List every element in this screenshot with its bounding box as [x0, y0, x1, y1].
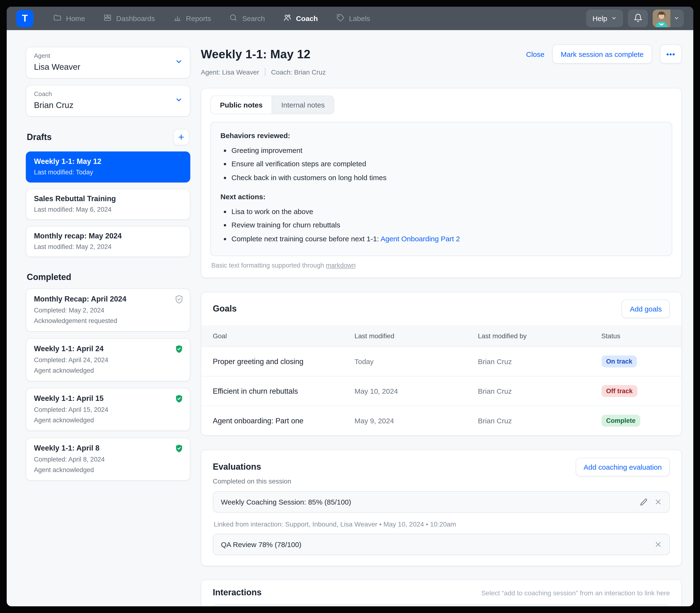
- goal-name: Efficient in churn rebuttals: [213, 387, 355, 395]
- goal-row[interactable]: Agent onboarding: Part one May 9, 2024 B…: [201, 406, 682, 435]
- agent-select[interactable]: Agent Lisa Weaver: [26, 47, 190, 78]
- plus-icon: [177, 133, 185, 141]
- notifications-button[interactable]: [628, 10, 648, 27]
- completed-item[interactable]: Weekly 1-1: April 8 Completed: April 8, …: [26, 438, 190, 481]
- tab-internal-notes[interactable]: Internal notes: [272, 96, 334, 114]
- nav-item-coach[interactable]: Coach: [274, 7, 327, 30]
- nav-item-label: Labels: [349, 14, 370, 23]
- more-options-button[interactable]: •••: [660, 44, 682, 64]
- goal-row[interactable]: Efficient in churn rebuttals May 10, 202…: [201, 376, 682, 406]
- draft-item[interactable]: Monthly recap: May 2024 Last modified: M…: [26, 226, 190, 257]
- chevron-down-icon: [674, 14, 679, 23]
- status-badge: Off track: [601, 385, 637, 397]
- draft-item[interactable]: Weekly 1-1: May 12 Last modified: Today: [26, 152, 190, 183]
- interactions-card: Interactions Select “add to coaching ses…: [201, 579, 682, 606]
- behaviors-list: Greeting improvement Ensure all verifica…: [220, 145, 662, 183]
- top-nav: T Home Dashboards Reports Search Coach L…: [7, 7, 693, 30]
- nav-item-home[interactable]: Home: [44, 7, 94, 30]
- draft-title: Sales Rebuttal Training: [34, 194, 182, 203]
- behavior-bullet: Greeting improvement: [231, 145, 662, 156]
- nav-item-search[interactable]: Search: [220, 7, 274, 30]
- add-goals-button[interactable]: Add goals: [622, 300, 670, 318]
- completed-item[interactable]: Monthly Recap: April 2024 Completed: May…: [26, 289, 190, 331]
- col-last-modified-by: Last modified by: [478, 332, 601, 340]
- goal-name: Proper greeting and closing: [213, 357, 355, 366]
- evaluations-card: Evaluations Add coaching evaluation Comp…: [201, 449, 682, 566]
- behavior-bullet: Check back in with customers on long hol…: [231, 172, 662, 183]
- add-draft-button[interactable]: [173, 129, 189, 145]
- brand-logo[interactable]: T: [16, 10, 34, 27]
- meta-divider: [265, 68, 265, 76]
- evaluations-sublabel: Completed on this session: [213, 477, 670, 485]
- user-menu[interactable]: [653, 10, 684, 27]
- completed-date: Completed: April 24, 2024: [34, 356, 182, 364]
- nav-item-reports[interactable]: Reports: [164, 7, 220, 30]
- completed-item[interactable]: Weekly 1-1: April 24 Completed: April 24…: [26, 338, 190, 381]
- coach-select[interactable]: Coach Brian Cruz: [26, 85, 190, 117]
- goal-modified: Today: [355, 357, 478, 365]
- evaluation-text: Weekly Coaching Session: 85% (85/100): [221, 498, 351, 506]
- nav-item-labels[interactable]: Labels: [327, 7, 379, 30]
- completed-item[interactable]: Weekly 1-1: April 15 Completed: April 15…: [26, 388, 190, 431]
- agent-onboarding-link[interactable]: Agent Onboarding Part 2: [381, 234, 460, 243]
- goal-modified: May 10, 2024: [355, 387, 478, 395]
- evaluation-actions: [640, 498, 662, 506]
- shield-pending-icon: [175, 295, 183, 306]
- close-link[interactable]: Close: [526, 50, 544, 58]
- help-button[interactable]: Help: [586, 10, 623, 27]
- goal-modified: May 9, 2024: [355, 417, 478, 425]
- edit-icon[interactable]: [640, 498, 647, 506]
- tab-public-notes[interactable]: Public notes: [211, 96, 272, 114]
- tag-icon: [336, 13, 345, 23]
- coach-select-label: Coach: [34, 90, 182, 97]
- goals-table-header: Goal Last modified Last modified by Stat…: [201, 325, 682, 347]
- folder-icon: [53, 13, 62, 23]
- markdown-hint: Basic text formatting supported through …: [211, 262, 672, 269]
- nav-item-dashboards[interactable]: Dashboards: [94, 7, 164, 30]
- linked-interaction-note: Linked from interaction: Support, Inboun…: [214, 520, 669, 528]
- goal-row[interactable]: Proper greeting and closing Today Brian …: [201, 347, 682, 376]
- col-goal: Goal: [213, 332, 355, 340]
- remove-icon[interactable]: [654, 541, 662, 548]
- draft-title: Weekly 1-1: May 12: [34, 157, 182, 166]
- remove-icon[interactable]: [654, 498, 662, 506]
- goal-modified-by: Brian Cruz: [478, 417, 601, 425]
- goal-modified-by: Brian Cruz: [478, 357, 601, 365]
- behaviors-heading: Behaviors reviewed:: [220, 130, 662, 141]
- nav-item-label: Reports: [186, 14, 211, 23]
- chevron-down-icon: [175, 58, 183, 67]
- shield-check-icon: [175, 394, 183, 405]
- interactions-head: Interactions Select “add to coaching ses…: [213, 588, 670, 598]
- next-action-bullet: Review training for churn rebuttals: [231, 220, 662, 231]
- people-icon: [283, 13, 292, 23]
- coach-select-value: Brian Cruz: [34, 100, 182, 110]
- header-actions: Close Mark session as complete •••: [526, 44, 682, 64]
- draft-meta: Last modified: Today: [34, 169, 182, 176]
- session-coach: Coach: Brian Cruz: [271, 68, 326, 76]
- status-badge: Complete: [601, 415, 640, 427]
- main-panel: Weekly 1-1: May 12 Close Mark session as…: [201, 30, 682, 606]
- add-coaching-evaluation-button[interactable]: Add coaching evaluation: [575, 458, 670, 477]
- behavior-bullet: Ensure all verification steps are comple…: [231, 159, 662, 169]
- shield-check-icon: [175, 444, 183, 455]
- mark-session-complete-button[interactable]: Mark session as complete: [552, 44, 652, 64]
- markdown-link[interactable]: markdown: [326, 262, 356, 269]
- session-header: Weekly 1-1: May 12 Close Mark session as…: [201, 44, 682, 64]
- notes-editor[interactable]: Behaviors reviewed: Greeting improvement…: [211, 122, 672, 256]
- avatar: [653, 10, 670, 27]
- interactions-heading: Interactions: [213, 588, 262, 598]
- completed-heading: Completed: [27, 272, 71, 282]
- session-meta: Agent: Lisa Weaver Coach: Brian Cruz: [201, 68, 682, 76]
- goal-name: Agent onboarding: Part one: [213, 416, 355, 425]
- completed-title: Monthly Recap: April 2024: [34, 295, 182, 303]
- completed-date: Completed: April 15, 2024: [34, 406, 182, 413]
- page-title: Weekly 1-1: May 12: [201, 47, 310, 61]
- markdown-hint-text: Basic text formatting supported through: [211, 262, 326, 269]
- draft-item[interactable]: Sales Rebuttal Training Last modified: M…: [26, 189, 190, 220]
- goals-heading: Goals: [213, 304, 237, 314]
- brand-logo-letter: T: [22, 13, 28, 24]
- completed-title: Weekly 1-1: April 24: [34, 344, 182, 353]
- notes-tabs: Public notes Internal notes: [211, 95, 334, 114]
- status-badge: On track: [601, 355, 637, 367]
- nav-item-label: Search: [242, 14, 265, 23]
